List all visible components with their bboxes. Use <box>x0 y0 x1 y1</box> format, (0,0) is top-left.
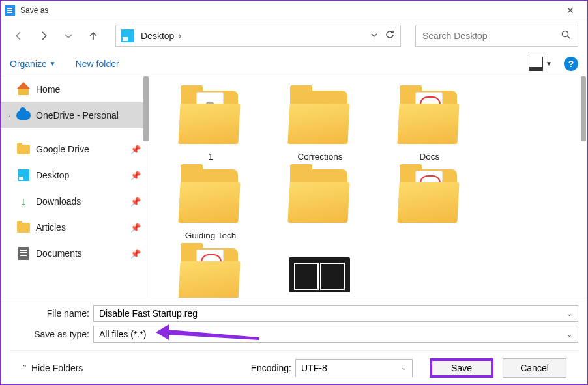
pin-icon: 📌 <box>130 249 141 259</box>
folder-name: Guiding Tech <box>185 231 237 240</box>
encoding-select[interactable]: UTF-8 ⌄ <box>295 359 413 377</box>
help-button[interactable]: ? <box>564 57 578 71</box>
savetype-dropdown-icon[interactable]: ⌄ <box>566 330 572 339</box>
sidebar-item-articles[interactable]: Articles📌 <box>1 214 149 240</box>
location-icon <box>121 29 134 42</box>
encoding-label: Encoding: <box>251 363 291 373</box>
command-bar: Organize▼ New folder ▼ ? <box>1 51 587 76</box>
close-button[interactable]: ✕ <box>557 1 583 20</box>
search-box[interactable] <box>415 25 578 47</box>
download-icon: ↓ <box>16 194 31 208</box>
back-button[interactable] <box>10 27 28 45</box>
folder-icon <box>397 88 462 148</box>
sidebar-item-downloads[interactable]: ↓Downloads📌 <box>1 188 149 214</box>
sidebar: Home›OneDrive - PersonalGoogle Drive📌Des… <box>1 76 149 298</box>
folder-item[interactable] <box>278 246 362 298</box>
svg-rect-1 <box>7 10 12 11</box>
desktop-icon <box>16 168 31 182</box>
folder-name: Docs <box>420 152 440 162</box>
doc-icon <box>16 246 31 261</box>
filename-dropdown-icon[interactable]: ⌄ <box>566 309 572 318</box>
folder-content: 1CorrectionsDocsGuiding Tech <box>149 76 587 298</box>
folder-icon <box>287 246 353 298</box>
expand-icon[interactable]: › <box>8 112 16 119</box>
sidebar-item-documents[interactable]: Documents📌 <box>1 240 149 266</box>
savetype-select[interactable]: All files (*.*) ⌄ <box>93 326 578 343</box>
app-icon <box>5 5 15 16</box>
svg-rect-2 <box>7 12 12 13</box>
window-title: Save as <box>20 6 48 15</box>
sidebar-item-label: Google Drive <box>36 144 130 154</box>
main-area: Home›OneDrive - PersonalGoogle Drive📌Des… <box>1 76 587 298</box>
search-input[interactable] <box>422 31 561 41</box>
svg-point-3 <box>563 31 568 37</box>
folder-item[interactable] <box>278 167 362 240</box>
view-button[interactable] <box>529 57 543 71</box>
sidebar-item-onedrive-personal[interactable]: ›OneDrive - Personal <box>1 102 149 128</box>
folder-icon <box>178 246 243 298</box>
folder-icon <box>16 220 31 235</box>
sidebar-item-label: OneDrive - Personal <box>36 110 141 121</box>
chevron-right-icon[interactable]: › <box>178 30 181 42</box>
folder-item[interactable]: 1 <box>169 88 252 162</box>
sidebar-item-label: Home <box>36 84 141 94</box>
filename-label: File name: <box>10 308 93 319</box>
folder-icon <box>287 167 353 227</box>
sidebar-item-label: Documents <box>36 248 130 259</box>
folder-icon <box>178 88 243 148</box>
nav-bar: Desktop › <box>1 20 587 51</box>
hide-folders-toggle[interactable]: ⌃ Hide Folders <box>22 363 83 373</box>
sidebar-item-label: Downloads <box>36 196 130 207</box>
pin-icon: 📌 <box>130 197 141 207</box>
folder-icon <box>16 142 31 156</box>
up-button[interactable] <box>84 27 102 45</box>
chevron-up-icon: ⌃ <box>22 364 27 372</box>
folder-item[interactable]: Corrections <box>278 88 362 162</box>
sidebar-item-label: Articles <box>36 222 130 233</box>
view-dropdown[interactable]: ▼ <box>546 60 552 67</box>
recent-dropdown[interactable] <box>59 27 78 45</box>
title-bar: Save as ✕ <box>1 1 587 20</box>
organize-menu[interactable]: Organize▼ <box>10 59 56 69</box>
sidebar-item-label: Desktop <box>36 170 130 180</box>
sidebar-item-desktop[interactable]: Desktop📌 <box>1 162 149 188</box>
encoding-value: UTF-8 <box>301 363 327 373</box>
filename-value: Disable Fast Startup.reg <box>99 308 198 319</box>
dialog-footer: ⌃ Hide Folders Encoding: UTF-8 ⌄ Save Ca… <box>10 350 578 384</box>
folder-icon <box>178 167 243 227</box>
home-icon <box>16 82 31 96</box>
folder-item[interactable] <box>169 246 252 298</box>
svg-rect-0 <box>7 8 12 9</box>
folder-item[interactable]: Docs <box>388 88 471 162</box>
sidebar-item-home[interactable]: Home <box>1 76 149 102</box>
address-bar[interactable]: Desktop › <box>115 25 401 47</box>
folder-icon <box>397 167 462 227</box>
savetype-value: All files (*.*) <box>99 329 146 339</box>
location-text: Desktop <box>141 31 174 41</box>
search-icon[interactable] <box>561 29 571 42</box>
refresh-button[interactable] <box>385 29 395 42</box>
cancel-button[interactable]: Cancel <box>503 358 566 378</box>
filename-input[interactable]: Disable Fast Startup.reg ⌄ <box>93 305 578 322</box>
caret-down-icon: ▼ <box>50 60 56 67</box>
folder-name: Corrections <box>297 152 342 162</box>
forward-button[interactable] <box>35 27 53 45</box>
save-button[interactable]: Save <box>430 358 493 378</box>
encoding-dropdown-icon[interactable]: ⌄ <box>401 364 407 372</box>
folder-item[interactable]: Guiding Tech <box>169 167 252 240</box>
sidebar-item-google-drive[interactable]: Google Drive📌 <box>1 136 149 162</box>
save-form: File name: Disable Fast Startup.reg ⌄ Sa… <box>1 298 587 384</box>
folder-name: 1 <box>208 152 213 162</box>
folder-icon <box>287 88 353 148</box>
new-folder-button[interactable]: New folder <box>76 59 119 69</box>
pin-icon: 📌 <box>130 145 141 154</box>
sidebar-scrollbar[interactable] <box>143 76 149 141</box>
savetype-label: Save as type: <box>10 329 93 339</box>
folder-item[interactable] <box>388 167 471 240</box>
pin-icon: 📌 <box>130 171 141 180</box>
cloud-icon <box>16 108 31 122</box>
address-dropdown[interactable] <box>370 30 378 42</box>
content-scrollbar[interactable] <box>581 76 586 141</box>
pin-icon: 📌 <box>130 223 141 233</box>
